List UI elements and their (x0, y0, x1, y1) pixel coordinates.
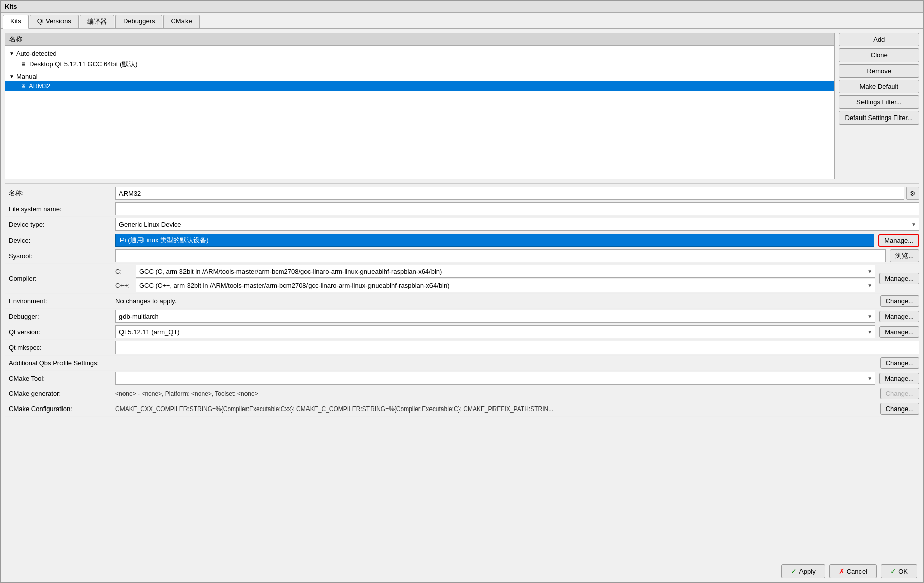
qt-version-manage-button[interactable]: Manage... (879, 326, 919, 338)
tab-bar: Kits Qt Versions 编译器 Debuggers CMake (1, 13, 923, 29)
ok-label: OK (898, 568, 908, 575)
cmake-generator-change-button[interactable]: Change... (880, 388, 919, 399)
make-default-button[interactable]: Make Default (839, 80, 919, 93)
tab-compiler[interactable]: 编译器 (80, 15, 114, 28)
device-manage-button[interactable]: Manage... (878, 234, 919, 247)
environment-value: No changes to apply. (115, 297, 876, 305)
kit-group-manual: ▼ Manual 🖥 ARM32 (5, 71, 834, 92)
cmake-config-change-button[interactable]: Change... (880, 403, 919, 415)
cmake-tool-select[interactable] (115, 372, 875, 385)
tab-qt-versions[interactable]: Qt Versions (30, 15, 79, 28)
remove-button[interactable]: Remove (839, 64, 919, 78)
name-icon-button[interactable]: ⚙ (906, 187, 919, 200)
qt-version-select-wrap: Qt 5.12.11 (arm_QT) ▼ (115, 325, 875, 338)
debugger-select[interactable]: gdb-multiarch (115, 310, 875, 323)
sidebar-buttons: Add Clone Remove Make Default Settings F… (839, 33, 919, 125)
cmake-generator-input-wrap: <none> - <none>, Platform: <none>, Tools… (115, 388, 919, 399)
additional-qbs-row: Additional Qbs Profile Settings: Change.… (5, 356, 919, 371)
tab-kits[interactable]: Kits (3, 15, 29, 29)
device-type-row: Device type: Generic Linux Device ▼ (5, 217, 919, 232)
qt-mkspec-row: Qt mkspec: (5, 340, 919, 356)
default-settings-filter-button[interactable]: Default Settings Filter... (839, 111, 919, 125)
qt-mkspec-input[interactable] (115, 341, 919, 354)
compiler-cpp-row: C++: GCC (C++, arm 32bit in /ARM/tools-m… (115, 279, 875, 292)
tab-cmake[interactable]: CMake (163, 15, 199, 28)
kit-item-arm32[interactable]: 🖥 ARM32 (5, 81, 834, 91)
compiler-cpp-select-wrap: GCC (C++, arm 32bit in /ARM/tools-master… (136, 279, 875, 292)
cancel-cross-icon: ✗ (839, 567, 845, 575)
compiler-manage-button[interactable]: Manage... (879, 273, 919, 284)
qt-mkspec-label: Qt mkspec: (5, 344, 115, 352)
sysroot-label: Sysroot: (5, 252, 115, 260)
apply-label: Apply (799, 568, 816, 575)
qt-version-row: Qt version: Qt 5.12.11 (arm_QT) ▼ Manage… (5, 324, 919, 340)
cancel-label: Cancel (847, 568, 867, 575)
form-section: 名称: ⚙ File system name: Device type: (5, 183, 919, 556)
cmake-generator-value: <none> - <none>, Platform: <none>, Tools… (115, 390, 876, 397)
compiler-c-label: C: (115, 268, 134, 275)
debugger-row: Debugger: gdb-multiarch ▼ Manage... (5, 309, 919, 324)
additional-qbs-actions: Change... (880, 357, 919, 369)
device-input-wrap: Pi (通用Linux 类型的默认设备) Manage... (115, 234, 919, 247)
cancel-button[interactable]: ✗ Cancel (829, 564, 877, 578)
device-row: Device: Pi (通用Linux 类型的默认设备) Manage... (5, 232, 919, 248)
compiler-c-row: C: GCC (C, arm 32bit in /ARM/tools-maste… (115, 265, 875, 278)
clone-button[interactable]: Clone (839, 48, 919, 62)
environment-actions: Change... (880, 295, 919, 307)
window-title: Kits (1, 1, 923, 13)
cmake-config-value: CMAKE_CXX_COMPILER:STRING=%{Compiler:Exe… (115, 405, 876, 413)
debugger-manage-button[interactable]: Manage... (879, 311, 919, 322)
add-button[interactable]: Add (839, 33, 919, 46)
environment-row: Environment: No changes to apply. Change… (5, 294, 919, 309)
qt-version-select[interactable]: Qt 5.12.11 (arm_QT) (115, 325, 875, 338)
additional-qbs-change-button[interactable]: Change... (880, 357, 919, 369)
compiler-label: Compiler: (5, 275, 115, 282)
kit-item-desktop[interactable]: 🖥 Desktop Qt 5.12.11 GCC 64bit (默认) (5, 59, 834, 70)
settings-filter-button[interactable]: Settings Filter... (839, 95, 919, 109)
kit-group-auto-detected: ▼ Auto-detected 🖥 Desktop Qt 5.12.11 GCC… (5, 48, 834, 71)
compiler-block: C: GCC (C, arm 32bit in /ARM/tools-maste… (115, 265, 875, 292)
device-type-select[interactable]: Generic Linux Device (115, 218, 919, 231)
kit-group-manual-label[interactable]: ▼ Manual (5, 72, 834, 81)
kits-window: Kits Kits Qt Versions 编译器 Debuggers CMak… (0, 0, 924, 583)
cmake-config-label: CMake Configuration: (5, 405, 115, 413)
tab-debuggers[interactable]: Debuggers (115, 15, 163, 28)
sysroot-actions: 浏览... (890, 249, 919, 262)
sysroot-browse-button[interactable]: 浏览... (890, 249, 919, 262)
qt-mkspec-input-wrap (115, 341, 919, 354)
arrow-icon-manual: ▼ (9, 74, 14, 79)
environment-label: Environment: (5, 297, 115, 305)
device-type-label: Device type: (5, 221, 115, 228)
compiler-row: Compiler: C: GCC (C, arm 32bit in /ARM/t… (5, 264, 919, 294)
name-input-wrap: ⚙ (115, 187, 919, 200)
file-system-name-input[interactable] (115, 202, 919, 215)
ok-button[interactable]: ✓ OK (881, 564, 917, 578)
environment-change-button[interactable]: Change... (880, 295, 919, 307)
kit-group-auto-detected-label[interactable]: ▼ Auto-detected (5, 49, 834, 59)
qt-version-actions: Manage... (879, 326, 919, 338)
cmake-tool-manage-button[interactable]: Manage... (879, 373, 919, 384)
file-system-name-row: File system name: (5, 201, 919, 217)
cmake-tool-row: CMake Tool: ▼ Manage... (5, 371, 919, 386)
compiler-cpp-select[interactable]: GCC (C++, arm 32bit in /ARM/tools-master… (136, 279, 875, 292)
bottom-bar: ✓ Apply ✗ Cancel ✓ OK (1, 560, 923, 582)
debugger-select-wrap: gdb-multiarch ▼ (115, 310, 875, 323)
apply-button[interactable]: ✓ Apply (781, 564, 825, 578)
additional-qbs-input-wrap: Change... (115, 357, 919, 369)
device-selected-value[interactable]: Pi (通用Linux 类型的默认设备) (115, 234, 874, 247)
kit-icon-arm32: 🖥 (20, 83, 26, 89)
device-type-select-wrap: Generic Linux Device ▼ (115, 218, 919, 231)
name-input[interactable] (115, 187, 904, 200)
name-label: 名称: (5, 189, 115, 198)
compiler-input-wrap: C: GCC (C, arm 32bit in /ARM/tools-maste… (115, 265, 919, 292)
device-actions: Manage... (878, 234, 919, 247)
debugger-actions: Manage... (879, 311, 919, 322)
cmake-tool-label: CMake Tool: (5, 375, 115, 382)
cmake-config-actions: Change... (880, 403, 919, 415)
sysroot-input[interactable] (115, 249, 886, 262)
compiler-cpp-label: C++: (115, 282, 134, 289)
compiler-c-select[interactable]: GCC (C, arm 32bit in /ARM/tools-master/a… (136, 265, 875, 278)
additional-qbs-label: Additional Qbs Profile Settings: (5, 359, 115, 367)
file-system-name-label: File system name: (5, 205, 115, 213)
main-content: 名称 ▼ Auto-detected 🖥 Desktop Qt 5.12.11 … (1, 29, 923, 560)
